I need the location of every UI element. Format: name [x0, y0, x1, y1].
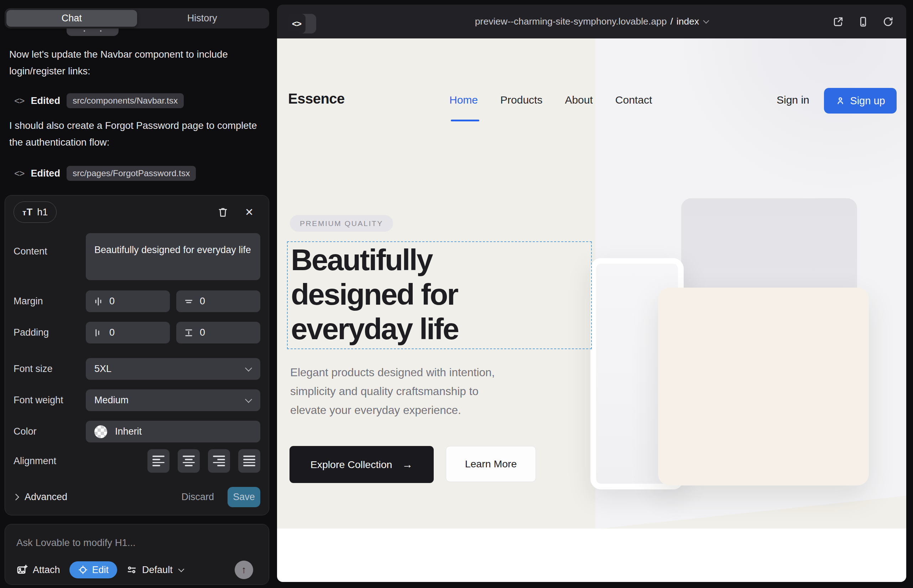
- advanced-toggle[interactable]: Advanced: [13, 491, 67, 502]
- url-separator: /: [670, 16, 673, 27]
- padding-row: Padding 0 0: [13, 322, 260, 344]
- open-in-new-tab-button[interactable]: [832, 16, 844, 28]
- align-justify-button[interactable]: [238, 449, 260, 473]
- align-left-button[interactable]: [147, 449, 170, 473]
- file-chip[interactable]: src/pages/ForgotPassword.tsx: [66, 166, 196, 181]
- margin-label: Margin: [13, 296, 86, 307]
- edited-file-row[interactable]: <> Edited src/pages/ForgotPassword.tsx: [14, 165, 196, 181]
- color-row: Color Inherit: [13, 421, 260, 443]
- nav-about[interactable]: About: [565, 94, 592, 106]
- padding-horizontal-icon: [93, 328, 104, 338]
- chevron-down-icon: [178, 566, 184, 572]
- padding-y-value: 0: [200, 327, 205, 338]
- tab-chat[interactable]: Chat: [6, 10, 137, 27]
- sign-up-label: Sign up: [850, 95, 885, 107]
- save-button[interactable]: Save: [228, 487, 260, 507]
- site-nav: Home Products About Contact: [449, 94, 652, 106]
- edited-file-row[interactable]: <> Edited src/components/Navbar.tsx: [14, 92, 184, 109]
- preview-panel: <> preview--charming-site-symphony.lovab…: [277, 5, 906, 582]
- site-viewport: Essence Home Products About Contact Sign…: [277, 39, 906, 582]
- code-icon: <>: [14, 168, 24, 179]
- refresh-button[interactable]: [882, 16, 894, 28]
- explore-collection-button[interactable]: Explore Collection →: [290, 446, 434, 483]
- align-left-icon: [152, 456, 165, 457]
- font-size-label: Font size: [13, 363, 86, 375]
- chat-history-tabs: Chat History: [5, 8, 269, 29]
- content-input[interactable]: Beautifully designed for everyday life: [86, 233, 260, 280]
- tab-history[interactable]: History: [137, 10, 268, 27]
- font-weight-row: Font weight Medium: [13, 389, 260, 411]
- hero-paragraph: Elegant products designed with intention…: [290, 363, 495, 420]
- padding-y-input[interactable]: 0: [176, 322, 260, 344]
- code-icon: <>: [14, 95, 24, 107]
- padding-vertical-icon: [183, 328, 194, 338]
- align-right-button[interactable]: [208, 449, 230, 473]
- chevron-right-icon: [13, 494, 19, 500]
- paragraph-line: Elegant products designed with intention…: [290, 363, 495, 382]
- editor-header: тT h1 ✕: [13, 201, 260, 223]
- preview-url-bar[interactable]: preview--charming-site-symphony.lovable.…: [277, 5, 906, 39]
- color-label: Color: [13, 426, 86, 437]
- scrolled-chip[interactable]: [66, 29, 118, 36]
- learn-more-button[interactable]: Learn More: [446, 446, 536, 482]
- edit-mode-button[interactable]: Edit: [70, 561, 118, 578]
- send-button[interactable]: ↑: [235, 561, 253, 579]
- chevron-down-icon: [703, 18, 709, 24]
- composer-input[interactable]: Ask Lovable to modify H1...: [16, 537, 136, 549]
- font-size-select[interactable]: 5XL: [86, 358, 260, 380]
- element-tag: h1: [37, 207, 48, 218]
- nav-products[interactable]: Products: [500, 94, 542, 106]
- element-selection-outline[interactable]: [287, 241, 592, 349]
- margin-x-input[interactable]: 0: [86, 291, 170, 312]
- color-swatch-icon: [94, 425, 107, 438]
- nav-home[interactable]: Home: [449, 94, 478, 106]
- content-row: Content Beautifully designed for everyda…: [13, 233, 260, 280]
- url-page[interactable]: index: [677, 16, 699, 27]
- sign-up-button[interactable]: Sign up: [824, 88, 897, 113]
- hero-diagonal-accent: [600, 496, 906, 528]
- delete-element-button[interactable]: [217, 206, 229, 218]
- discard-button[interactable]: Discard: [181, 491, 214, 502]
- font-weight-select[interactable]: Medium: [86, 389, 260, 411]
- element-editor-panel: тT h1 ✕ Content Beautifu: [5, 195, 269, 515]
- lovable-app: Chat History Now let's update the Navbar…: [0, 0, 913, 588]
- font-size-value: 5XL: [94, 363, 112, 375]
- type-icon: тT: [23, 207, 33, 218]
- arrow-right-icon: →: [402, 459, 413, 470]
- alignment-row: Alignment: [13, 449, 260, 473]
- alignment-label: Alignment: [13, 456, 86, 467]
- chevron-down-icon: [245, 365, 252, 372]
- site-navbar: Essence Home Products About Contact Sign…: [277, 39, 906, 95]
- assistant-message: Now let's update the Navbar component to…: [9, 46, 262, 79]
- edit-label: Edit: [92, 564, 109, 575]
- chat-composer[interactable]: Ask Lovable to modify H1... Attach: [5, 524, 269, 585]
- hero-badge: PREMIUM QUALITY: [290, 215, 393, 232]
- nav-contact[interactable]: Contact: [615, 94, 652, 106]
- url-host: preview--charming-site-symphony.lovable.…: [475, 16, 667, 27]
- refresh-icon: [882, 16, 894, 27]
- padding-x-input[interactable]: 0: [86, 322, 170, 344]
- dot-icon: [100, 30, 102, 32]
- assistant-message: I should also create a Forgot Password p…: [9, 117, 262, 150]
- align-right-icon: [213, 456, 225, 457]
- close-editor-button[interactable]: ✕: [243, 206, 255, 218]
- mobile-view-button[interactable]: [857, 16, 869, 28]
- attach-button[interactable]: Attach: [16, 564, 60, 575]
- attach-image-icon: [16, 564, 28, 575]
- mobile-phone-icon: [858, 16, 869, 27]
- font-weight-value: Medium: [94, 395, 129, 406]
- model-selector[interactable]: Default: [126, 564, 183, 575]
- margin-y-input[interactable]: 0: [176, 291, 260, 312]
- file-chip[interactable]: src/components/Navbar.tsx: [66, 93, 184, 108]
- sign-in-link[interactable]: Sign in: [777, 94, 809, 106]
- color-select[interactable]: Inherit: [86, 421, 260, 443]
- site-logo[interactable]: Essence: [288, 91, 345, 107]
- explore-label: Explore Collection: [311, 459, 392, 470]
- selected-element-chip[interactable]: тT h1: [13, 202, 57, 223]
- padding-label: Padding: [13, 327, 86, 338]
- margin-y-value: 0: [200, 296, 205, 307]
- attach-label: Attach: [33, 564, 60, 575]
- paragraph-line: simplicity and quality craftsmanship to: [290, 382, 495, 401]
- font-weight-label: Font weight: [13, 395, 86, 406]
- align-center-button[interactable]: [178, 449, 200, 473]
